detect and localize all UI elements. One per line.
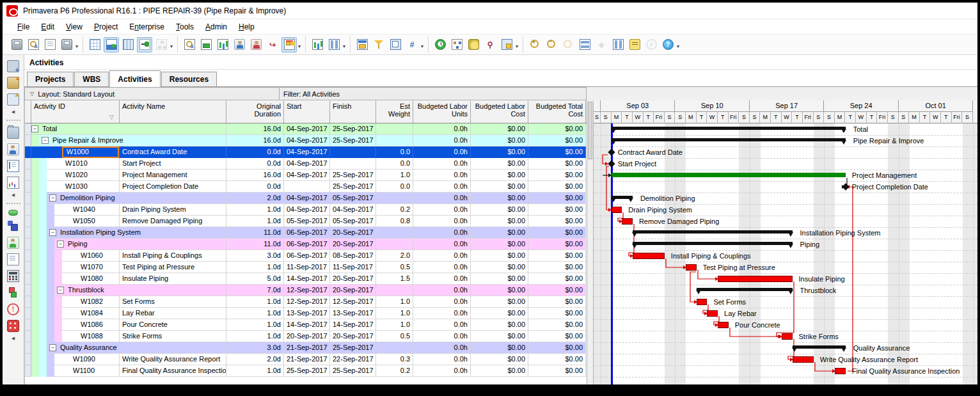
column-header-total_cost[interactable]: Budgeted Total Cost xyxy=(528,100,586,123)
column-header-id[interactable]: Activity ID▽ xyxy=(31,100,120,123)
collapse-arrow-icon[interactable]: ◀ xyxy=(12,337,15,340)
row-gutter[interactable] xyxy=(25,296,31,308)
resources-icon[interactable] xyxy=(7,143,19,155)
table-row[interactable]: −Quality Assurance3.0d21-Sep-201725-Sep-… xyxy=(25,342,587,354)
row-gutter[interactable] xyxy=(25,158,31,170)
open-project-icon[interactable] xyxy=(7,77,19,89)
thresholds-icon[interactable] xyxy=(7,287,19,299)
critical-task-bar[interactable] xyxy=(686,264,697,271)
collapse-toggle[interactable]: − xyxy=(31,125,38,132)
assign-resource-icon[interactable] xyxy=(232,37,247,52)
summary-bar[interactable] xyxy=(633,230,793,234)
level-resources-icon[interactable] xyxy=(449,37,464,52)
print-icon[interactable] xyxy=(9,37,24,52)
row-gutter[interactable] xyxy=(25,170,31,181)
activity-id[interactable]: W1100 xyxy=(70,365,119,377)
row-gutter[interactable] xyxy=(25,123,31,135)
constraints-icon[interactable]: ⚲ xyxy=(482,37,498,52)
menu-edit[interactable]: Edit xyxy=(35,20,60,33)
tab-wbs[interactable]: WBS xyxy=(74,72,109,86)
week-header[interactable]: Sep 10 xyxy=(675,100,749,112)
table-row[interactable]: W1070Test Piping at Pressure1.0d11-Sep-2… xyxy=(25,262,587,273)
critical-task-bar[interactable] xyxy=(835,368,846,374)
row-gutter[interactable] xyxy=(25,308,31,319)
progress-spotlight-icon[interactable] xyxy=(466,37,481,52)
menu-admin[interactable]: Admin xyxy=(200,20,233,33)
row-gutter[interactable] xyxy=(25,319,31,331)
activity-id[interactable]: W1070 xyxy=(77,262,119,273)
collapse-toggle[interactable]: − xyxy=(57,287,64,294)
row-gutter[interactable] xyxy=(25,342,31,354)
activity-id[interactable]: W1040 xyxy=(70,204,119,216)
table-row[interactable]: −Demolition Piping2.0d04-Sep-201705-Sep-… xyxy=(25,193,587,204)
table-row[interactable]: W1010Start Project0.0d04-Sep-20170.00.0h… xyxy=(25,158,587,170)
line-numbers-icon[interactable]: # xyxy=(404,37,420,52)
vertical-split-icon[interactable] xyxy=(610,37,626,52)
notes-icon[interactable] xyxy=(627,37,642,52)
row-gutter[interactable] xyxy=(25,147,31,158)
critical-task-bar[interactable] xyxy=(718,276,792,282)
table-row[interactable]: W1060Install Piping & Couplings3.0d06-Se… xyxy=(25,250,587,262)
collapse-arrow-icon[interactable]: ◀ xyxy=(12,110,15,114)
summary-bar[interactable] xyxy=(612,196,633,199)
table-row[interactable]: −Installation Piping System11.0d06-Sep-2… xyxy=(25,227,587,239)
horizontal-split-icon[interactable] xyxy=(577,37,592,52)
hierarchy-icon[interactable] xyxy=(154,37,169,52)
menu-help[interactable]: Help xyxy=(233,20,260,33)
issues-icon[interactable]: ! xyxy=(7,303,19,315)
activity-id[interactable]: W1000 xyxy=(62,147,119,158)
documents-icon[interactable] xyxy=(7,253,19,265)
column-header-duration[interactable]: Original Duration xyxy=(226,100,284,123)
critical-task-bar[interactable] xyxy=(697,299,707,305)
table-row[interactable]: W1082Set Forms1.0d12-Sep-201712-Sep-2017… xyxy=(25,296,587,308)
activity-id[interactable]: W1050 xyxy=(70,216,119,227)
row-gutter[interactable] xyxy=(25,227,31,239)
row-gutter[interactable] xyxy=(25,135,31,147)
critical-task-bar[interactable] xyxy=(718,322,729,328)
table-row[interactable]: −Pipe Repair & Improve16.0d04-Sep-201725… xyxy=(25,135,587,147)
task-bar[interactable] xyxy=(612,173,846,177)
column-header-labor_cost[interactable]: Budgeted Labor Cost xyxy=(471,100,528,123)
critical-task-bar[interactable] xyxy=(612,207,622,213)
collapse-toggle[interactable]: − xyxy=(49,194,56,202)
row-gutter[interactable] xyxy=(25,285,31,296)
week-header[interactable]: Oct 01 xyxy=(899,100,973,112)
table-row[interactable]: W1040Drain Piping System1.0d04-Sep-20170… xyxy=(25,204,587,216)
activity-id[interactable]: W1084 xyxy=(77,308,119,319)
row-gutter[interactable] xyxy=(25,193,31,204)
find-icon[interactable] xyxy=(182,37,197,52)
row-gutter[interactable] xyxy=(25,216,31,227)
dropdown-arrow-icon[interactable]: ▾ xyxy=(170,44,173,49)
dropdown-arrow-icon[interactable]: ▾ xyxy=(516,44,518,49)
activity-id[interactable]: W1080 xyxy=(77,273,119,285)
columns-table-icon[interactable] xyxy=(87,37,102,52)
focus-icon[interactable]: ◈ xyxy=(594,37,609,52)
activity-id[interactable]: W1082 xyxy=(77,296,119,308)
table-row[interactable]: W1100Final Quality Assurance Inspection1… xyxy=(25,365,587,377)
activity-id[interactable]: W1020 xyxy=(62,170,119,181)
group-sort-icon[interactable] xyxy=(120,37,136,52)
summary-bar[interactable] xyxy=(793,345,846,349)
column-header-est_weight[interactable]: Est Weight xyxy=(376,100,413,123)
menu-tools[interactable]: Tools xyxy=(170,20,200,33)
table-row[interactable]: −Piping11.0d06-Sep-201720-Sep-20170.0h$0… xyxy=(25,239,587,250)
zoom-out-icon[interactable] xyxy=(544,37,559,52)
collapse-toggle[interactable]: − xyxy=(49,229,56,236)
add-row-icon[interactable] xyxy=(198,37,214,52)
scrollbar-thumb[interactable] xyxy=(588,102,592,159)
critical-task-bar[interactable] xyxy=(707,310,718,317)
week-header[interactable]: Sep 24 xyxy=(824,100,898,112)
table-row[interactable]: W1080Insulate Piping5.0d14-Sep-201720-Se… xyxy=(25,273,587,285)
row-gutter[interactable] xyxy=(25,250,31,262)
column-header-finish[interactable]: Finish xyxy=(330,100,376,123)
column-header-name[interactable]: Activity Name xyxy=(120,100,226,123)
summary-bar[interactable] xyxy=(633,242,793,245)
summary-bar[interactable] xyxy=(612,138,846,141)
column-header-labor_units[interactable]: Budgeted Labor Units xyxy=(413,100,471,123)
import-icon[interactable] xyxy=(7,93,19,106)
menu-project[interactable]: Project xyxy=(88,20,123,33)
gantt-timescale[interactable]: Sep 03Sep 10Sep 17Sep 24Oct 01 SSMTWTFri… xyxy=(594,100,977,123)
dropdown-arrow-icon[interactable]: ▾ xyxy=(75,44,78,49)
trace-logic-icon[interactable] xyxy=(137,37,152,52)
activity-id[interactable]: W1030 xyxy=(62,181,119,193)
